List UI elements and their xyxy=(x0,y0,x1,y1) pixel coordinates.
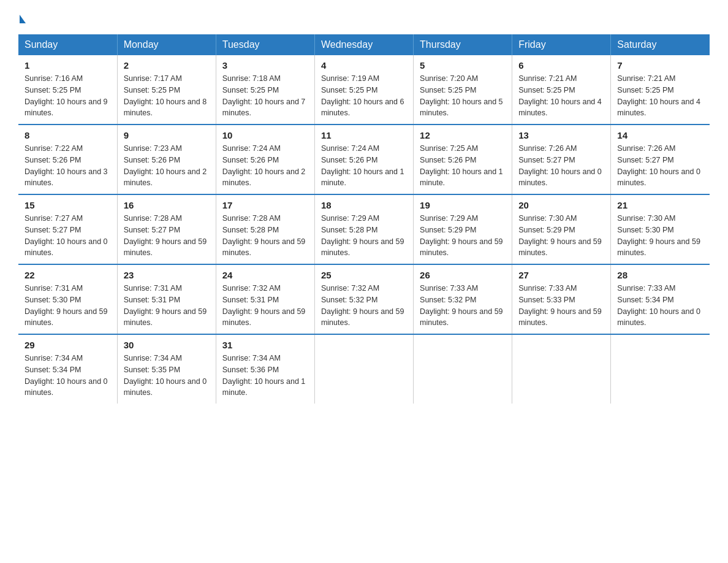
day-number: 3 xyxy=(222,60,308,71)
day-number: 7 xyxy=(617,60,703,71)
calendar-table: SundayMondayTuesdayWednesdayThursdayFrid… xyxy=(18,34,710,404)
day-info: Sunrise: 7:24 AM Sunset: 5:26 PM Dayligh… xyxy=(321,143,407,189)
day-number: 29 xyxy=(25,340,111,350)
calendar-header: SundayMondayTuesdayWednesdayThursdayFrid… xyxy=(18,34,710,55)
day-number: 23 xyxy=(124,270,210,280)
day-cell: 26 Sunrise: 7:33 AM Sunset: 5:32 PM Dayl… xyxy=(414,264,512,334)
day-cell xyxy=(314,334,413,404)
week-row-4: 22 Sunrise: 7:31 AM Sunset: 5:30 PM Dayl… xyxy=(18,264,710,334)
day-number: 10 xyxy=(222,130,308,140)
day-info: Sunrise: 7:33 AM Sunset: 5:33 PM Dayligh… xyxy=(518,283,604,329)
day-info: Sunrise: 7:24 AM Sunset: 5:26 PM Dayligh… xyxy=(222,143,308,189)
day-cell: 20 Sunrise: 7:30 AM Sunset: 5:29 PM Dayl… xyxy=(512,194,611,264)
day-info: Sunrise: 7:19 AM Sunset: 5:25 PM Dayligh… xyxy=(321,73,407,119)
day-cell: 1 Sunrise: 7:16 AM Sunset: 5:25 PM Dayli… xyxy=(18,55,117,124)
day-number: 20 xyxy=(518,200,604,210)
day-cell: 10 Sunrise: 7:24 AM Sunset: 5:26 PM Dayl… xyxy=(216,124,314,194)
day-number: 5 xyxy=(420,60,506,71)
day-info: Sunrise: 7:31 AM Sunset: 5:30 PM Dayligh… xyxy=(25,283,111,329)
day-cell: 3 Sunrise: 7:18 AM Sunset: 5:25 PM Dayli… xyxy=(216,55,314,124)
week-row-5: 29 Sunrise: 7:34 AM Sunset: 5:34 PM Dayl… xyxy=(18,334,710,404)
day-number: 26 xyxy=(420,270,506,280)
day-cell: 5 Sunrise: 7:20 AM Sunset: 5:25 PM Dayli… xyxy=(414,55,512,124)
day-cell: 29 Sunrise: 7:34 AM Sunset: 5:34 PM Dayl… xyxy=(18,334,117,404)
day-number: 17 xyxy=(222,200,308,210)
day-cell xyxy=(611,334,710,404)
day-cell xyxy=(512,334,611,404)
day-cell: 18 Sunrise: 7:29 AM Sunset: 5:28 PM Dayl… xyxy=(314,194,413,264)
week-row-2: 8 Sunrise: 7:22 AM Sunset: 5:26 PM Dayli… xyxy=(18,124,710,194)
day-info: Sunrise: 7:29 AM Sunset: 5:29 PM Dayligh… xyxy=(420,213,506,259)
header-day-thursday: Thursday xyxy=(414,34,512,55)
day-cell: 16 Sunrise: 7:28 AM Sunset: 5:27 PM Dayl… xyxy=(117,194,216,264)
week-row-1: 1 Sunrise: 7:16 AM Sunset: 5:25 PM Dayli… xyxy=(18,55,710,124)
day-number: 6 xyxy=(518,60,604,71)
header-day-monday: Monday xyxy=(117,34,216,55)
logo xyxy=(18,12,26,23)
day-cell xyxy=(414,334,512,404)
day-info: Sunrise: 7:33 AM Sunset: 5:32 PM Dayligh… xyxy=(420,283,506,329)
day-cell: 27 Sunrise: 7:33 AM Sunset: 5:33 PM Dayl… xyxy=(512,264,611,334)
day-info: Sunrise: 7:28 AM Sunset: 5:28 PM Dayligh… xyxy=(222,213,308,259)
day-number: 22 xyxy=(25,270,111,280)
day-info: Sunrise: 7:27 AM Sunset: 5:27 PM Dayligh… xyxy=(25,213,111,259)
day-cell: 22 Sunrise: 7:31 AM Sunset: 5:30 PM Dayl… xyxy=(18,264,117,334)
day-info: Sunrise: 7:33 AM Sunset: 5:34 PM Dayligh… xyxy=(617,283,703,329)
day-info: Sunrise: 7:32 AM Sunset: 5:32 PM Dayligh… xyxy=(321,283,407,329)
day-info: Sunrise: 7:29 AM Sunset: 5:28 PM Dayligh… xyxy=(321,213,407,259)
day-number: 27 xyxy=(518,270,604,280)
day-cell: 4 Sunrise: 7:19 AM Sunset: 5:25 PM Dayli… xyxy=(314,55,413,124)
day-info: Sunrise: 7:18 AM Sunset: 5:25 PM Dayligh… xyxy=(222,73,308,119)
day-cell: 19 Sunrise: 7:29 AM Sunset: 5:29 PM Dayl… xyxy=(414,194,512,264)
day-number: 15 xyxy=(25,200,111,210)
day-info: Sunrise: 7:30 AM Sunset: 5:29 PM Dayligh… xyxy=(518,213,604,259)
day-number: 2 xyxy=(124,60,210,71)
header-day-sunday: Sunday xyxy=(18,34,117,55)
day-info: Sunrise: 7:21 AM Sunset: 5:25 PM Dayligh… xyxy=(617,73,703,119)
day-number: 19 xyxy=(420,200,506,210)
day-cell: 11 Sunrise: 7:24 AM Sunset: 5:26 PM Dayl… xyxy=(314,124,413,194)
day-info: Sunrise: 7:20 AM Sunset: 5:25 PM Dayligh… xyxy=(420,73,506,119)
page-header xyxy=(18,12,710,23)
day-cell: 14 Sunrise: 7:26 AM Sunset: 5:27 PM Dayl… xyxy=(611,124,710,194)
day-cell: 25 Sunrise: 7:32 AM Sunset: 5:32 PM Dayl… xyxy=(314,264,413,334)
day-cell: 6 Sunrise: 7:21 AM Sunset: 5:25 PM Dayli… xyxy=(512,55,611,124)
day-cell: 12 Sunrise: 7:25 AM Sunset: 5:26 PM Dayl… xyxy=(414,124,512,194)
header-day-wednesday: Wednesday xyxy=(314,34,413,55)
day-number: 31 xyxy=(222,340,308,350)
day-number: 14 xyxy=(617,130,703,140)
day-number: 4 xyxy=(321,60,407,71)
day-number: 21 xyxy=(617,200,703,210)
day-number: 25 xyxy=(321,270,407,280)
day-cell: 13 Sunrise: 7:26 AM Sunset: 5:27 PM Dayl… xyxy=(512,124,611,194)
day-info: Sunrise: 7:34 AM Sunset: 5:35 PM Dayligh… xyxy=(124,353,210,399)
day-number: 28 xyxy=(617,270,703,280)
day-info: Sunrise: 7:21 AM Sunset: 5:25 PM Dayligh… xyxy=(518,73,604,119)
logo-arrow-icon xyxy=(20,15,26,23)
day-number: 18 xyxy=(321,200,407,210)
day-info: Sunrise: 7:31 AM Sunset: 5:31 PM Dayligh… xyxy=(124,283,210,329)
day-cell: 23 Sunrise: 7:31 AM Sunset: 5:31 PM Dayl… xyxy=(117,264,216,334)
calendar-body: 1 Sunrise: 7:16 AM Sunset: 5:25 PM Dayli… xyxy=(18,55,710,404)
day-cell: 31 Sunrise: 7:34 AM Sunset: 5:36 PM Dayl… xyxy=(216,334,314,404)
day-info: Sunrise: 7:23 AM Sunset: 5:26 PM Dayligh… xyxy=(124,143,210,189)
day-info: Sunrise: 7:34 AM Sunset: 5:34 PM Dayligh… xyxy=(25,353,111,399)
day-cell: 30 Sunrise: 7:34 AM Sunset: 5:35 PM Dayl… xyxy=(117,334,216,404)
day-number: 16 xyxy=(124,200,210,210)
day-cell: 21 Sunrise: 7:30 AM Sunset: 5:30 PM Dayl… xyxy=(611,194,710,264)
day-info: Sunrise: 7:32 AM Sunset: 5:31 PM Dayligh… xyxy=(222,283,308,329)
day-info: Sunrise: 7:28 AM Sunset: 5:27 PM Dayligh… xyxy=(124,213,210,259)
day-cell: 7 Sunrise: 7:21 AM Sunset: 5:25 PM Dayli… xyxy=(611,55,710,124)
day-number: 1 xyxy=(25,60,111,71)
day-info: Sunrise: 7:17 AM Sunset: 5:25 PM Dayligh… xyxy=(124,73,210,119)
day-cell: 15 Sunrise: 7:27 AM Sunset: 5:27 PM Dayl… xyxy=(18,194,117,264)
day-info: Sunrise: 7:16 AM Sunset: 5:25 PM Dayligh… xyxy=(25,73,111,119)
header-day-friday: Friday xyxy=(512,34,611,55)
day-cell: 8 Sunrise: 7:22 AM Sunset: 5:26 PM Dayli… xyxy=(18,124,117,194)
header-day-saturday: Saturday xyxy=(611,34,710,55)
day-cell: 2 Sunrise: 7:17 AM Sunset: 5:25 PM Dayli… xyxy=(117,55,216,124)
day-cell: 24 Sunrise: 7:32 AM Sunset: 5:31 PM Dayl… xyxy=(216,264,314,334)
day-number: 30 xyxy=(124,340,210,350)
day-number: 24 xyxy=(222,270,308,280)
day-cell: 17 Sunrise: 7:28 AM Sunset: 5:28 PM Dayl… xyxy=(216,194,314,264)
